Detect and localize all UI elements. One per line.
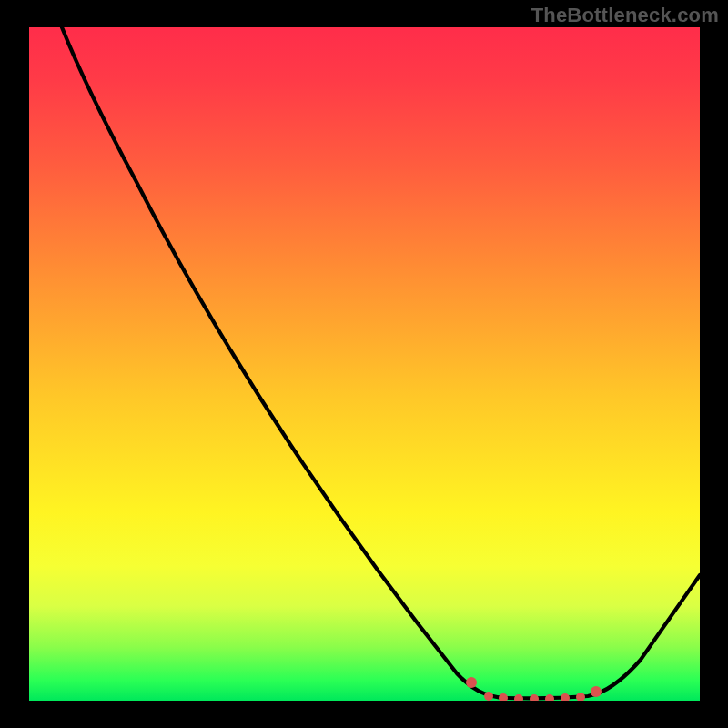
chart-container: TheBottleneck.com: [0, 0, 728, 728]
svg-point-2: [499, 693, 508, 701]
svg-point-0: [466, 677, 477, 688]
svg-point-4: [530, 694, 539, 701]
watermark-text: TheBottleneck.com: [531, 4, 719, 27]
svg-point-5: [545, 694, 554, 701]
bottleneck-curve: [29, 27, 700, 701]
curve-path: [62, 27, 700, 698]
plot-area: [29, 27, 700, 701]
svg-point-6: [561, 693, 570, 701]
trough-markers: [466, 677, 602, 701]
svg-point-3: [514, 694, 523, 701]
svg-point-7: [576, 693, 585, 701]
svg-point-1: [484, 692, 493, 701]
svg-point-8: [591, 686, 602, 697]
